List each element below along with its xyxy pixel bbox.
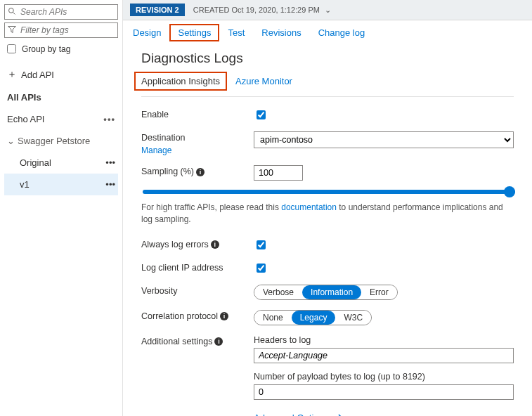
content: Diagnostics Logs Application Insights Az… [123, 44, 532, 416]
advanced-options-link[interactable]: Advanced Options [254, 412, 514, 416]
correlation-none[interactable]: None [254, 311, 292, 325]
headers-to-log-input[interactable] [254, 348, 514, 363]
headers-to-log-label: Headers to log [254, 335, 514, 345]
search-icon [8, 7, 16, 15]
search-apis-wrap [4, 4, 118, 20]
sidebar-item-swagger-petstore[interactable]: ⌄Swagger Petstore [4, 130, 118, 152]
verbosity-verbose[interactable]: Verbose [254, 285, 302, 299]
payload-bytes-input[interactable] [254, 384, 514, 400]
tab-revisions[interactable]: Revisions [261, 27, 301, 38]
svg-marker-2 [8, 27, 16, 33]
verbosity-label: Verbosity [141, 285, 254, 296]
diagnostics-subtabs: Application Insights Azure Monitor [141, 76, 514, 97]
search-apis-input[interactable] [4, 4, 118, 20]
info-icon[interactable]: i [220, 312, 228, 320]
sampling-note: For high traffic APIs, please read this … [141, 202, 514, 226]
always-log-errors-label: Always log errorsi [141, 238, 254, 249]
sidebar-item-all-apis[interactable]: All APIs [4, 86, 118, 108]
filter-tags-wrap [4, 22, 118, 38]
documentation-link[interactable]: documentation [281, 202, 337, 212]
log-client-ip-label: Log client IP address [141, 261, 254, 273]
v1-menu-icon[interactable]: ••• [105, 179, 115, 190]
main-tabs: Design Settings Test Revisions Change lo… [123, 20, 532, 44]
main-panel: REVISION 2 CREATED Oct 19, 2020, 1:12:29… [123, 0, 532, 416]
verbosity-error[interactable]: Error [361, 285, 397, 299]
original-menu-icon[interactable]: ••• [105, 157, 115, 168]
enable-label: Enable [141, 108, 254, 119]
add-api-button[interactable]: ＋ Add API [4, 63, 118, 86]
enable-checkbox[interactable] [257, 110, 266, 119]
sampling-label: Sampling (%)i [141, 165, 254, 176]
revision-badge: REVISION 2 [130, 4, 185, 16]
payload-bytes-label: Number of payload bytes to log (up to 81… [254, 372, 514, 382]
always-log-errors-checkbox[interactable] [257, 240, 266, 249]
group-by-tag-checkbox[interactable] [7, 44, 16, 53]
revision-bar: REVISION 2 CREATED Oct 19, 2020, 1:12:29… [123, 0, 532, 20]
filter-icon [8, 25, 16, 34]
tab-change-log[interactable]: Change log [318, 27, 365, 38]
group-by-tag-label: Group by tag [22, 44, 70, 54]
chevron-down-icon: ⌄ [7, 136, 15, 146]
sidebar: Group by tag ＋ Add API All APIs Echo API… [0, 0, 123, 416]
info-icon[interactable]: i [196, 168, 205, 176]
subtab-azure-monitor[interactable]: Azure Monitor [235, 76, 292, 91]
verbosity-group: Verbose Information Error [254, 285, 398, 300]
created-timestamp[interactable]: CREATED Oct 19, 2020, 1:12:29 PM ⌄ [193, 6, 331, 15]
sampling-slider[interactable] [143, 190, 515, 194]
destination-label: Destination Manage [141, 131, 254, 155]
info-icon[interactable]: i [211, 240, 219, 249]
group-by-tag-row: Group by tag [4, 42, 118, 56]
info-icon[interactable]: i [214, 337, 223, 346]
filter-tags-input[interactable] [4, 22, 118, 38]
sidebar-item-echo-api[interactable]: Echo API ••• [4, 108, 118, 130]
subtab-application-insights[interactable]: Application Insights [134, 72, 227, 91]
log-client-ip-checkbox[interactable] [257, 264, 266, 273]
sidebar-item-original[interactable]: Original ••• [4, 152, 118, 174]
page-title: Diagnostics Logs [141, 51, 514, 66]
additional-settings-label: Additional settingsi [141, 335, 254, 346]
verbosity-information[interactable]: Information [302, 285, 361, 299]
echo-api-menu-icon[interactable]: ••• [103, 114, 115, 124]
sidebar-item-v1[interactable]: v1 ••• [4, 174, 118, 195]
plus-icon: ＋ [7, 68, 17, 81]
tab-test[interactable]: Test [228, 27, 245, 38]
add-api-label: Add API [21, 70, 54, 80]
tab-settings[interactable]: Settings [169, 24, 219, 41]
svg-line-1 [13, 13, 15, 15]
destination-select[interactable]: apim-contoso [254, 131, 514, 148]
correlation-label: Correlation protocoli [141, 310, 254, 321]
sampling-input[interactable] [254, 165, 303, 181]
correlation-group: None Legacy W3C [254, 310, 372, 325]
chevron-down-icon: ⌄ [325, 6, 331, 14]
correlation-w3c[interactable]: W3C [335, 311, 371, 325]
tab-design[interactable]: Design [133, 27, 161, 38]
manage-link[interactable]: Manage [141, 145, 171, 155]
svg-point-0 [9, 8, 14, 13]
correlation-legacy[interactable]: Legacy [292, 311, 336, 325]
arrow-right-icon [332, 413, 344, 416]
